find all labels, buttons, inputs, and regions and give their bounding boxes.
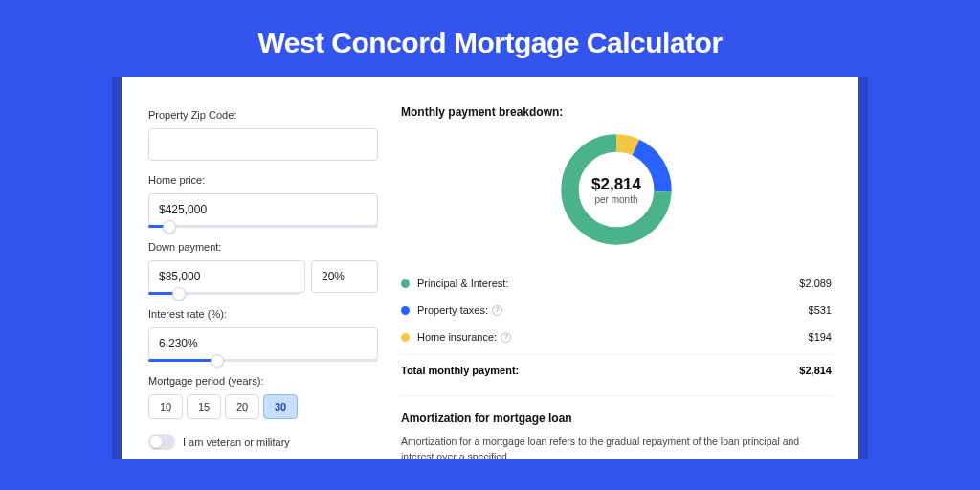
legend-label: Principal & Interest: xyxy=(417,278,799,289)
down-payment-pct-input[interactable] xyxy=(311,260,378,293)
total-label: Total monthly payment: xyxy=(401,365,799,376)
amortization-header: Amortization for mortgage loan xyxy=(401,412,832,425)
period-option-20[interactable]: 20 xyxy=(225,394,259,419)
slider-thumb[interactable] xyxy=(211,354,224,368)
legend: Principal & Interest:$2,089Property taxe… xyxy=(401,270,832,350)
legend-row: Principal & Interest:$2,089 xyxy=(401,270,832,297)
legend-dot xyxy=(401,306,410,315)
period-field: Mortgage period (years): 10152030 xyxy=(148,375,378,419)
period-option-30[interactable]: 30 xyxy=(263,394,298,419)
legend-value: $2,089 xyxy=(799,278,832,289)
form-column: Property Zip Code: Home price: Down paym… xyxy=(148,105,378,450)
zip-field: Property Zip Code: xyxy=(148,109,378,161)
down-payment-field: Down payment: xyxy=(148,241,378,295)
calculator-card: Property Zip Code: Home price: Down paym… xyxy=(122,77,858,459)
legend-value: $531 xyxy=(809,304,832,316)
period-label: Mortgage period (years): xyxy=(148,375,378,387)
down-payment-label: Down payment: xyxy=(148,241,378,253)
donut-sub: per month xyxy=(591,194,641,205)
period-option-10[interactable]: 10 xyxy=(148,394,183,419)
veteran-row: I am veteran or military xyxy=(148,434,378,450)
total-row: Total monthly payment: $2,814 xyxy=(401,354,832,384)
breakdown-header: Monthly payment breakdown: xyxy=(401,105,832,119)
legend-label: Home insurance:? xyxy=(417,331,809,343)
zip-input[interactable] xyxy=(148,128,378,161)
legend-dot xyxy=(401,279,410,288)
interest-input[interactable] xyxy=(148,327,378,360)
veteran-toggle[interactable] xyxy=(148,434,175,450)
legend-row: Property taxes:?$531 xyxy=(401,297,832,323)
period-option-15[interactable]: 15 xyxy=(187,394,221,419)
amortization-text: Amortization for a mortgage loan refers … xyxy=(401,434,832,459)
donut-chart: $2,814 per month xyxy=(401,128,832,251)
amortization-section: Amortization for mortgage loan Amortizat… xyxy=(401,395,832,459)
card-backdrop: Property Zip Code: Home price: Down paym… xyxy=(112,77,868,459)
home-price-label: Home price: xyxy=(148,174,378,186)
down-payment-input[interactable] xyxy=(148,260,305,293)
toggle-knob xyxy=(150,436,162,448)
legend-dot xyxy=(401,333,410,342)
legend-value: $194 xyxy=(809,331,832,343)
zip-label: Property Zip Code: xyxy=(148,109,378,121)
period-options: 10152030 xyxy=(148,394,378,419)
slider-thumb[interactable] xyxy=(163,220,176,234)
donut-amount: $2,814 xyxy=(591,175,641,194)
legend-label: Property taxes:? xyxy=(417,304,809,316)
legend-row: Home insurance:?$194 xyxy=(401,323,832,350)
down-payment-slider[interactable] xyxy=(148,292,300,295)
total-value: $2,814 xyxy=(799,365,832,376)
info-icon[interactable]: ? xyxy=(492,305,502,316)
page-title: West Concord Mortgage Calculator xyxy=(257,27,722,59)
interest-field: Interest rate (%): xyxy=(148,308,378,362)
veteran-label: I am veteran or military xyxy=(183,436,290,448)
breakdown-column: Monthly payment breakdown: $2,814 per mo… xyxy=(401,105,832,450)
slider-thumb[interactable] xyxy=(172,287,186,301)
interest-label: Interest rate (%): xyxy=(148,308,378,320)
home-price-input[interactable] xyxy=(148,193,378,226)
home-price-slider[interactable] xyxy=(148,225,378,228)
info-icon[interactable]: ? xyxy=(501,332,511,343)
interest-slider[interactable] xyxy=(148,359,378,362)
home-price-field: Home price: xyxy=(148,174,378,228)
donut-center: $2,814 per month xyxy=(591,175,641,205)
